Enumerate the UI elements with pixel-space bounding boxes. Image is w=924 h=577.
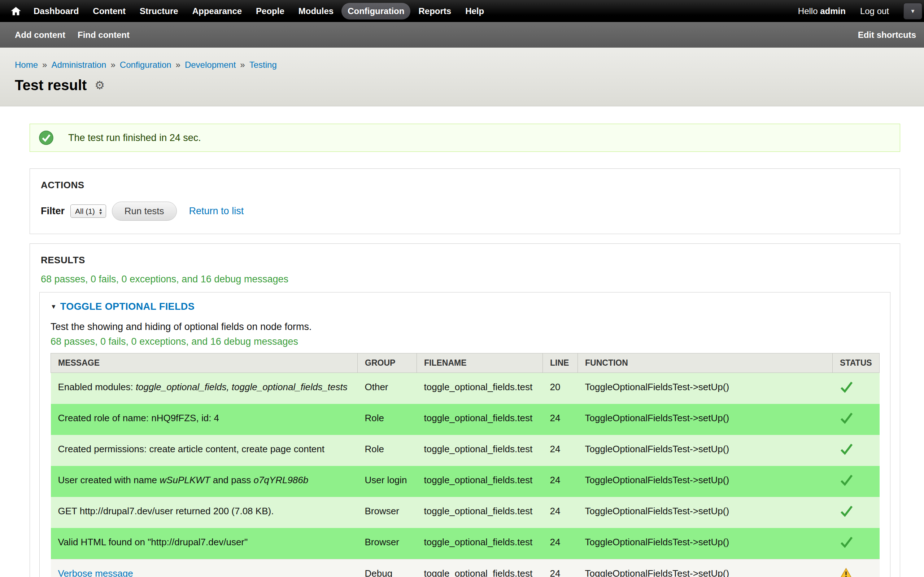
message-text: and pass — [210, 475, 254, 485]
cell-line: 24 — [543, 528, 578, 559]
toolbar-item-help[interactable]: Help — [459, 3, 490, 19]
contextual-gear-icon[interactable]: ⚙ — [95, 79, 105, 92]
cell-group: Browser — [358, 528, 417, 559]
group-title-link[interactable]: TOGGLE OPTIONAL FIELDS — [60, 301, 195, 312]
cell-group: Debug — [358, 559, 417, 577]
shortcut-bar: Add contentFind content Edit shortcuts — [0, 22, 924, 48]
cell-line: 24 — [543, 559, 578, 577]
cell-group: User login — [358, 466, 417, 497]
cell-message: Enabled modules: toggle_optional_fields,… — [51, 373, 358, 404]
cell-group: Role — [358, 435, 417, 466]
actions-legend: ACTIONS — [30, 169, 900, 191]
cell-status — [833, 497, 880, 528]
warning-icon — [840, 567, 852, 577]
breadcrumb-separator: » — [110, 60, 115, 69]
status-message-text: The test run finished in 24 sec. — [68, 132, 201, 143]
column-header-status: STATUS — [833, 353, 880, 373]
page-title-row: Test result ⚙ — [15, 77, 909, 93]
message-emphasis: toggle_optional_fields, toggle_optional_… — [136, 382, 347, 392]
cell-function: ToggleOptionalFieldsTest->setUp() — [578, 373, 833, 404]
column-header-line: LINE — [543, 353, 578, 373]
check-icon — [840, 474, 853, 486]
cell-filename: toggle_optional_fields.test — [417, 528, 543, 559]
cell-status — [833, 466, 880, 497]
return-to-list-link[interactable]: Return to list — [189, 206, 244, 217]
breadcrumb-link-configuration[interactable]: Configuration — [120, 60, 171, 69]
cell-status — [833, 528, 880, 559]
toolbar-item-configuration[interactable]: Configuration — [341, 3, 410, 19]
filter-select[interactable]: All (1) ▲▼ — [70, 205, 106, 218]
cell-message: Created permissions: create article cont… — [51, 435, 358, 466]
status-message: The test run finished in 24 sec. — [30, 124, 900, 152]
group-summary: 68 passes, 0 fails, 0 exceptions, and 16… — [50, 336, 879, 347]
breadcrumb-link-testing[interactable]: Testing — [249, 60, 277, 69]
cell-line: 24 — [543, 435, 578, 466]
shortcut-item-find-content[interactable]: Find content — [78, 30, 129, 40]
cell-line: 24 — [543, 466, 578, 497]
check-icon — [840, 536, 853, 548]
message-text: Enabled modules: — [58, 382, 136, 392]
message-text: Valid HTML found on "http://drupal7.dev/… — [58, 537, 248, 548]
cell-group: Role — [358, 404, 417, 435]
page-title: Test result — [15, 77, 87, 93]
check-icon — [840, 505, 853, 517]
chevron-down-icon: ▼ — [910, 8, 916, 14]
status-ok-icon — [39, 130, 54, 145]
cell-filename: toggle_optional_fields.test — [417, 559, 543, 577]
toolbar-menu-area: DashboardContentStructureAppearancePeopl… — [6, 3, 490, 19]
table-row: Valid HTML found on "http://drupal7.dev/… — [51, 528, 880, 559]
greeting-prefix: Hello — [798, 6, 818, 16]
table-row: Verbose messageDebugtoggle_optional_fiel… — [51, 559, 880, 577]
table-row: Enabled modules: toggle_optional_fields,… — [51, 373, 880, 404]
select-arrows-icon: ▲▼ — [99, 208, 103, 215]
username: admin — [820, 6, 846, 16]
toolbar-item-structure[interactable]: Structure — [134, 3, 184, 19]
message-emphasis: o7qYRL986b — [254, 475, 308, 485]
admin-toolbar: DashboardContentStructureAppearancePeopl… — [0, 0, 924, 22]
cell-message: Created role of name: nHQ9fFZS, id: 4 — [51, 404, 358, 435]
toolbar-item-reports[interactable]: Reports — [412, 3, 457, 19]
home-icon[interactable] — [6, 3, 25, 19]
cell-filename: toggle_optional_fields.test — [417, 373, 543, 404]
breadcrumb-separator: » — [42, 60, 47, 69]
cell-line: 20 — [543, 373, 578, 404]
toolbar-item-modules[interactable]: Modules — [292, 3, 340, 19]
cell-status — [833, 559, 880, 577]
cell-function: ToggleOptionalFieldsTest->setUp() — [578, 528, 833, 559]
check-icon — [840, 443, 853, 455]
logout-link[interactable]: Log out — [860, 6, 889, 16]
cell-function: ToggleOptionalFieldsTest->setUp() — [578, 435, 833, 466]
breadcrumb-link-home[interactable]: Home — [15, 60, 38, 69]
toolbar-item-appearance[interactable]: Appearance — [186, 3, 248, 19]
cell-filename: toggle_optional_fields.test — [417, 404, 543, 435]
cell-function: ToggleOptionalFieldsTest->setUp() — [578, 497, 833, 528]
breadcrumb-separator: » — [176, 60, 181, 69]
test-group-fieldset: ▼ TOGGLE OPTIONAL FIELDS Test the showin… — [39, 292, 890, 577]
actions-row: Filter All (1) ▲▼ Run tests Return to li… — [41, 201, 889, 221]
toolbar-account-area: Hello admin Log out ▼ — [798, 3, 924, 19]
toolbar-item-content[interactable]: Content — [87, 3, 132, 19]
toolbar-item-people[interactable]: People — [250, 3, 291, 19]
shortcut-item-add-content[interactable]: Add content — [15, 30, 65, 40]
shortcut-items: Add contentFind content — [15, 30, 142, 40]
breadcrumb-link-administration[interactable]: Administration — [51, 60, 106, 69]
main-content: The test run finished in 24 sec. ACTIONS… — [0, 106, 924, 577]
cell-group: Browser — [358, 497, 417, 528]
edit-shortcuts-link[interactable]: Edit shortcuts — [858, 30, 916, 40]
run-tests-button[interactable]: Run tests — [112, 201, 177, 221]
results-legend: RESULTS — [30, 244, 900, 266]
toolbar-toggle-button[interactable]: ▼ — [903, 3, 922, 19]
breadcrumb-link-development[interactable]: Development — [185, 60, 236, 69]
toolbar-item-dashboard[interactable]: Dashboard — [27, 3, 85, 19]
verbose-message-link[interactable]: Verbose message — [58, 568, 133, 577]
table-row: User created with name wSuPLKWT and pass… — [51, 466, 880, 497]
column-header-group: GROUP — [358, 353, 417, 373]
table-row: Created role of name: nHQ9fFZS, id: 4Rol… — [51, 404, 880, 435]
table-row: Created permissions: create article cont… — [51, 435, 880, 466]
results-box: RESULTS 68 passes, 0 fails, 0 exceptions… — [30, 243, 900, 577]
results-table-head-row: MESSAGEGROUPFILENAMELINEFUNCTIONSTATUS — [51, 353, 880, 373]
actions-box: ACTIONS Filter All (1) ▲▼ Run tests Retu… — [30, 168, 900, 234]
results-table-body: Enabled modules: toggle_optional_fields,… — [51, 373, 880, 577]
message-emphasis: wSuPLKWT — [160, 475, 210, 485]
cell-message: GET http://drupal7.dev/user returned 200… — [51, 497, 358, 528]
